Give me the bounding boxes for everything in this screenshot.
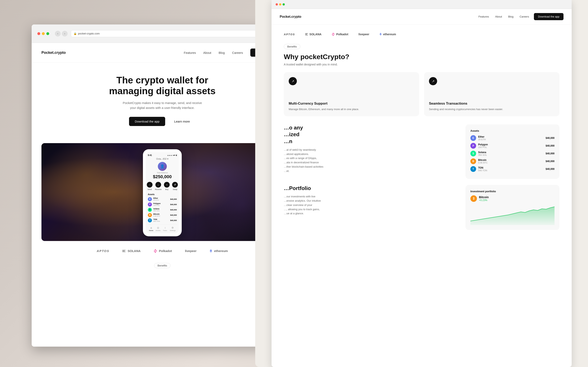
svg-point-12 — [332, 34, 333, 35]
hero-learn-more-button[interactable]: Learn more — [168, 117, 196, 126]
hero-buttons: Download the app Learn more — [42, 117, 283, 126]
sol-icon: S — [148, 208, 152, 212]
benefits-tag: Benefits — [284, 44, 300, 49]
benefits-title: Why pocketCrypto? — [284, 53, 559, 61]
rp-ethereum: ethereum — [380, 33, 396, 36]
right-panel: 1 Tab 2 3 Pocket.crypto F — [255, 0, 588, 367]
right-site-nav: Pocket.crypto Features About Blog Career… — [272, 9, 572, 25]
phone-status-icons: ▲▲▲ wifi ▮ — [167, 154, 177, 156]
rp-solana-icon — [305, 33, 308, 35]
portfolio-section: …Portfolio …our investments with live …e… — [284, 185, 559, 230]
swap-icon: ⇄ — [172, 182, 178, 188]
nav-careers[interactable]: Careers — [232, 51, 243, 54]
phone-balance: $250,000 — [148, 174, 177, 179]
defi-asset-btc: B Bitcoin 0.96 BTC $40,000 — [470, 158, 554, 164]
rp-ethereum-icon — [380, 33, 381, 36]
phone-nav-home[interactable]: ⌂ Home — [149, 226, 153, 231]
phone-action-receive[interactable]: ↓ Receive — [155, 182, 162, 191]
svg-point-5 — [154, 250, 155, 251]
phone-asset-ton: T TON 540 TON $40,000 — [148, 218, 177, 222]
phone-action-buy[interactable]: + Buy — [164, 182, 170, 191]
right-site-logo: Pocket.crypto — [280, 15, 301, 18]
svg-point-4 — [154, 251, 155, 252]
right-nav-links: Features About Blog Careers — [479, 15, 529, 18]
hero-download-button[interactable]: Download the app — [129, 117, 165, 126]
benefit-card-seamless: ↗ Seamless Transactions Sending and rece… — [424, 72, 559, 116]
receive-icon: ↓ — [155, 182, 161, 188]
settings-nav-icon: ⚙ — [172, 226, 174, 229]
send-icon: ↑ — [147, 182, 153, 188]
defi-asset-ton: T TON 540 TON $40,000 — [470, 166, 554, 172]
right-nav-blog[interactable]: Blog — [508, 15, 513, 18]
back-button[interactable]: ‹ — [55, 31, 61, 36]
phone-status-bar: 9:41 ▲▲▲ wifi ▮ — [148, 154, 177, 156]
defi-ton-icon: T — [470, 166, 476, 172]
btc-icon: B — [148, 213, 152, 217]
right-maximize-tl[interactable] — [283, 3, 285, 6]
right-close-tl[interactable] — [276, 3, 278, 6]
nav-features[interactable]: Features — [184, 51, 196, 54]
phone-nav-trans[interactable]: ↕ Trans. — [163, 226, 167, 231]
svg-point-10 — [334, 34, 334, 35]
minimize-button-tl[interactable] — [42, 32, 45, 35]
phone-nav-settings[interactable]: ⚙ Settings — [170, 226, 176, 231]
ethereum-icon — [210, 249, 212, 253]
ton-icon: T — [148, 218, 152, 222]
buy-icon: + — [164, 182, 170, 188]
left-browser-window: ‹ › 🔒 pocket-crypto.com ⬆ □ + ⊞ Pocket.c… — [32, 25, 293, 347]
lock-icon: 🔒 — [73, 32, 77, 35]
partner-aptos: APTOS — [97, 249, 109, 253]
phone-nav-assets[interactable]: ◎ Assets — [156, 226, 160, 231]
phone-mockup: 9:41 ▲▲▲ wifi ▮ Octa...832 ▾ 👤 — [143, 149, 182, 236]
right-nav-about[interactable]: About — [495, 15, 502, 18]
traffic-lights — [37, 32, 49, 35]
forward-button[interactable]: › — [62, 31, 68, 36]
defi-pol-icon: P — [470, 143, 476, 149]
phone-balance-label: Total Balance — [148, 172, 177, 174]
right-minimize-tl[interactable] — [279, 3, 281, 6]
multicurrency-title: Multi-Currency Support — [289, 101, 414, 106]
phone-action-send[interactable]: ↑ Send — [147, 182, 153, 191]
rp-livepeer: livepeer — [359, 33, 369, 36]
portfolio-desc: …our investments with live …ensive analy… — [284, 194, 459, 216]
right-nav-careers[interactable]: Careers — [520, 15, 529, 18]
pol-info: Polygon 100 POL — [153, 202, 169, 206]
benefits-badge: Benefits — [154, 263, 171, 268]
url-text: pocket-crypto.com — [78, 32, 100, 35]
phone-action-swap[interactable]: ⇄ Swap — [172, 182, 178, 191]
defi-eth-info: Ether 20 ETH — [478, 135, 544, 141]
portfolio-asset-name: Bitcoin — [479, 196, 489, 199]
nav-links: Features About Blog Careers — [184, 51, 243, 54]
phone-bottom-nav: ⌂ Home ◎ Assets ↕ Trans. ⚙ — [148, 225, 177, 231]
right-nav-features[interactable]: Features — [479, 15, 489, 18]
solana-bars-icon — [122, 250, 126, 252]
partner-polkadot: Polkadot — [154, 249, 172, 253]
maximize-button-tl[interactable] — [46, 32, 49, 35]
partner-livepeer: livepeer — [185, 249, 197, 253]
svg-point-8 — [333, 33, 334, 34]
close-button-tl[interactable] — [37, 32, 40, 35]
eth-icon: E — [148, 197, 152, 201]
defi-card-title: Assets — [470, 129, 554, 132]
benefit-card-multicurrency: ↗ Multi-Currency Support Manage Bitcoin,… — [284, 72, 419, 116]
address-bar[interactable]: 🔒 pocket-crypto.com — [71, 30, 267, 37]
svg-point-11 — [333, 35, 334, 35]
multicurrency-arrow-icon: ↗ — [289, 77, 297, 85]
defi-asset-sol: S Solana 350 SOL $40,000 — [470, 151, 554, 156]
portfolio-btc-icon: ₿ — [470, 195, 477, 202]
defi-pol-info: Polygon 100 POL — [478, 143, 544, 149]
seamless-title: Seamless Transactions — [429, 101, 554, 106]
nav-blog[interactable]: Blog — [219, 51, 225, 54]
right-nav-download-button[interactable]: Download the app — [534, 13, 563, 20]
svg-point-2 — [156, 251, 157, 252]
benefit-cards: ↗ Multi-Currency Support Manage Bitcoin,… — [284, 72, 559, 116]
portfolio-title: …Portfolio — [284, 185, 459, 192]
defi-btc-icon: B — [470, 158, 476, 164]
svg-point-13 — [332, 33, 333, 34]
partners-strip: APTOS SOLANA Polkadot — [32, 241, 293, 261]
defi-assets-card: Assets E Ether 20 ETH $40,000 P Polygon — [466, 124, 559, 179]
portfolio-chart-svg — [470, 205, 554, 225]
nav-about[interactable]: About — [203, 51, 211, 54]
sol-info: Solana 350 SOL — [153, 208, 169, 212]
phone-avatar: 👤 — [158, 162, 167, 171]
